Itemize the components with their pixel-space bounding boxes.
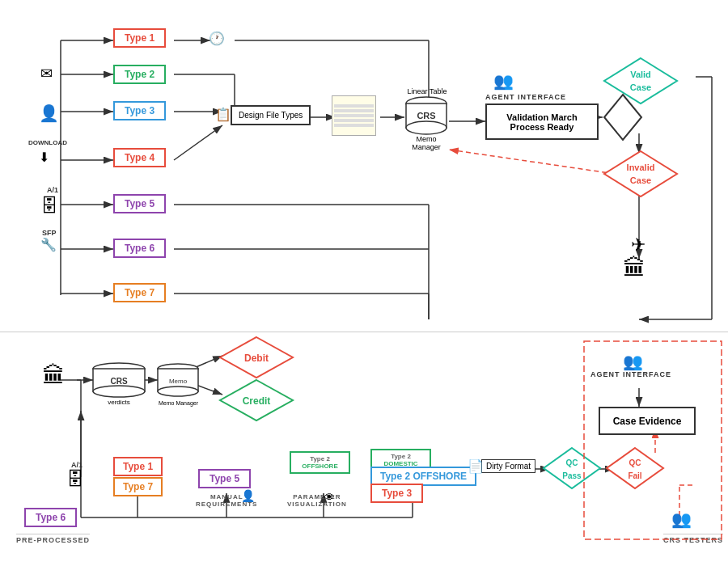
type5-box-bottom: Type 5 (198, 469, 251, 488)
svg-point-71 (158, 386, 198, 396)
diagram-container: ✉ 👤 ⬇ DOWNLOAD A/1 🗄 SFP 🔧 🕐 Type 1 Type… (0, 0, 728, 566)
type4-box: Type 4 (113, 148, 166, 167)
type4-box-bottom: Type 3 (370, 484, 423, 503)
a1-label-top: A/1 (47, 186, 58, 194)
svg-text:CRS: CRS (110, 377, 127, 386)
person-icon: 👤 (39, 103, 59, 123)
svg-text:Debit: Debit (244, 353, 269, 364)
type5-box: Type 5 (113, 194, 166, 213)
type2-offshore-box: Type 2 OFFSHORE (290, 451, 350, 474)
document-icon-dirty: 📄 (468, 458, 484, 474)
svg-text:QC: QC (629, 458, 641, 467)
type6-box: Type 6 (113, 239, 166, 258)
type3-box: Type 3 (113, 101, 166, 120)
validation-process-box: Validation March Process Ready (485, 103, 599, 140)
crs-testers-icon: 👥 (671, 509, 692, 529)
agent-interface-label-bottom: AGENT INTERFACE (590, 370, 671, 378)
type6-box-bottom: Type 6 (24, 508, 77, 527)
svg-marker-64 (604, 95, 641, 140)
agent-people-icon-bottom: 👥 (623, 352, 643, 371)
crs-cylinder-bottom: CRS verdicts (91, 362, 147, 406)
type1-box-bottom: Type 1 (113, 457, 163, 476)
svg-text:Pass: Pass (562, 471, 582, 480)
svg-text:Memo: Memo (169, 378, 188, 385)
svg-marker-77 (544, 448, 600, 488)
crs-testers-label: CRS TESTERS (663, 534, 723, 544)
sfp-label: SFP (42, 229, 57, 237)
section-divider (0, 332, 728, 332)
design-file-types-box: Design File Types (231, 105, 311, 125)
linear-table-label: Linear Table (403, 87, 451, 95)
document-image (332, 95, 376, 136)
qc-pass-diamond: QC Pass (542, 446, 603, 491)
svg-marker-61 (604, 151, 677, 196)
a1-label-bottom: A/1 (71, 461, 83, 469)
svg-text:Valid: Valid (630, 70, 651, 79)
svg-line-17 (174, 125, 222, 160)
svg-point-67 (93, 386, 145, 397)
database-icon-top: 🗄 (40, 196, 58, 217)
person-icon-bottom: 👤 (241, 489, 255, 502)
svg-text:Credit: Credit (243, 395, 271, 407)
database-icon-bottom: 🗄 (66, 469, 84, 490)
type7-box: Type 7 (113, 283, 166, 302)
pre-processed-label: PRE-PROCESSED (16, 534, 90, 544)
svg-text:Case: Case (630, 175, 651, 185)
copy-icon: 📋 (215, 107, 231, 122)
sfp-icon: 🔧 (40, 237, 57, 252)
memo-manager-label-top: Memo Manager (402, 135, 451, 151)
eye-icon: 👁 (324, 491, 335, 504)
agent-interface-label-top: AGENT INTERFACE (485, 93, 566, 101)
memo-manager-cylinder-bottom: Memo Memo Manager (156, 362, 201, 406)
type2-box: Type 2 (113, 65, 166, 84)
clock-icon: 🕐 (209, 31, 225, 46)
case-evidence-box: Case Evidence (599, 407, 696, 435)
svg-text:QC: QC (566, 458, 578, 467)
send-icon: ✈ (631, 234, 645, 256)
svg-point-56 (406, 121, 447, 134)
svg-text:Fail: Fail (628, 471, 641, 480)
svg-marker-80 (607, 448, 663, 488)
type1-box: Type 1 (113, 28, 166, 48)
svg-text:Case: Case (630, 82, 651, 92)
invalid-case-diamond: Invalid Case (603, 150, 679, 198)
qc-fail-diamond: QC Fail (605, 446, 666, 491)
decision-diamond-top (603, 93, 643, 142)
param-viz-label: PARAMETER VISUALIZATION (287, 493, 347, 508)
svg-text:Invalid: Invalid (627, 163, 655, 172)
bank-icon-bottom: 🏛 (42, 362, 65, 389)
bank-icon-top: 🏛 (623, 255, 645, 281)
agent-people-icon-top: 👥 (493, 71, 514, 91)
credit-diamond: Credit (218, 378, 295, 423)
dirty-format-label: Dirty Format (481, 459, 535, 473)
debit-diamond: Debit (218, 336, 295, 380)
download-icon: ⬇ (39, 150, 49, 165)
type7-box-bottom: Type 7 (113, 477, 163, 496)
download-label: DOWNLOAD (28, 139, 67, 146)
email-icon: ✉ (40, 65, 53, 82)
svg-line-27 (449, 150, 615, 174)
svg-text:CRS: CRS (417, 111, 435, 120)
